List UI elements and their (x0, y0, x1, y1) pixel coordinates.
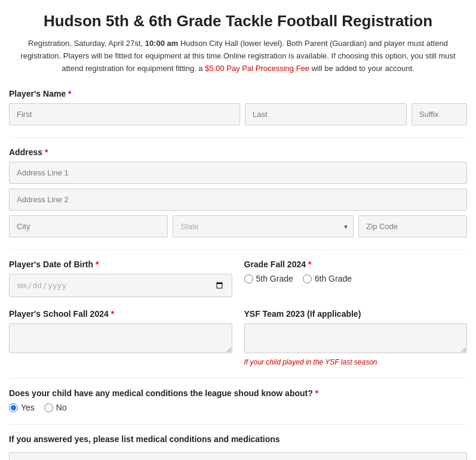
last-name-wrapper (245, 103, 407, 125)
player-name-section: Player's Name * (9, 89, 467, 125)
dob-grade-section: Player's Date of Birth * Grade Fall 2024… (9, 260, 467, 297)
grade-5th-radio[interactable] (244, 274, 253, 283)
zip-input[interactable] (358, 215, 467, 237)
school-col: Player's School Fall 2024 * (9, 309, 232, 355)
ysf-label: YSF Team 2023 (If applicable) (244, 309, 468, 319)
medical-radio-group: Yes No (9, 403, 467, 412)
suffix-input[interactable] (411, 103, 467, 125)
medical-no-radio[interactable] (44, 403, 53, 412)
medical-section: Does your child have any medical conditi… (9, 388, 467, 412)
city-wrapper (9, 215, 168, 237)
dob-label: Player's Date of Birth * (9, 260, 232, 269)
page-title: Hudson 5th & 6th Grade Tackle Football R… (9, 12, 467, 30)
divider-3 (9, 378, 467, 379)
grade-col: Grade Fall 2024 * 5th Grade 6th Grade (244, 260, 468, 283)
first-name-input[interactable] (9, 103, 240, 125)
grade-5th-option[interactable]: 5th Grade (244, 274, 293, 283)
required-star-6: * (315, 388, 318, 398)
required-star-2: * (45, 147, 48, 157)
grade-6th-label: 6th Grade (315, 274, 352, 283)
school-input[interactable] (9, 323, 232, 353)
dob-input[interactable] (9, 274, 232, 297)
divider-1 (9, 137, 467, 138)
dob-input-wrapper (9, 274, 232, 297)
city-input[interactable] (9, 215, 168, 237)
address-section: Address * State AlabamaAlaskaArizonaArka… (9, 147, 467, 237)
state-wrapper: State AlabamaAlaskaArizonaArkansasCalifo… (173, 215, 354, 237)
medical-yes-option[interactable]: Yes (9, 403, 35, 412)
ysf-input[interactable] (244, 323, 468, 353)
medical-question-label: Does your child have any medical conditi… (9, 388, 467, 398)
medical-no-option[interactable]: No (44, 403, 67, 412)
medical-detail-label: If you answered yes, please list medical… (9, 434, 467, 444)
grade-5th-label: 5th Grade (256, 274, 293, 283)
address-line2-input[interactable] (9, 189, 467, 211)
player-name-label: Player's Name * (9, 89, 467, 98)
grade-6th-radio[interactable] (303, 274, 312, 283)
address-line1-input[interactable] (9, 162, 467, 184)
required-star-5: * (111, 309, 114, 319)
address-label: Address * (9, 147, 467, 157)
first-name-wrapper (9, 103, 240, 125)
suffix-wrapper (411, 103, 467, 125)
divider-4 (9, 424, 467, 425)
required-star-3: * (96, 260, 99, 269)
address-line2-wrapper (9, 189, 467, 211)
medical-detail-input[interactable] (9, 452, 467, 460)
page-description: Registration, Saturday, April 27st, 10:0… (9, 38, 467, 75)
grade-label: Grade Fall 2024 * (244, 260, 468, 269)
grade-6th-option[interactable]: 6th Grade (303, 274, 352, 283)
divider-2 (9, 249, 467, 250)
required-star-4: * (308, 260, 311, 269)
medical-no-label: No (56, 403, 67, 412)
school-label: Player's School Fall 2024 * (9, 309, 232, 319)
grade-radio-group: 5th Grade 6th Grade (244, 274, 468, 283)
last-name-input[interactable] (245, 103, 407, 125)
required-star: * (68, 89, 71, 98)
dob-col: Player's Date of Birth * (9, 260, 232, 297)
zip-wrapper (358, 215, 467, 237)
ysf-col: YSF Team 2023 (If applicable) If your ch… (244, 309, 468, 366)
medical-yes-label: Yes (21, 403, 35, 412)
name-row (9, 103, 467, 125)
medical-detail-section: If you answered yes, please list medical… (9, 434, 467, 460)
city-state-zip-row: State AlabamaAlaskaArizonaArkansasCalifo… (9, 215, 467, 237)
ysf-hint: If your child played in the YSF last sea… (244, 358, 468, 366)
school-ysf-section: Player's School Fall 2024 * YSF Team 202… (9, 309, 467, 366)
medical-yes-radio[interactable] (9, 403, 18, 412)
state-select[interactable]: State AlabamaAlaskaArizonaArkansasCalifo… (173, 215, 354, 237)
